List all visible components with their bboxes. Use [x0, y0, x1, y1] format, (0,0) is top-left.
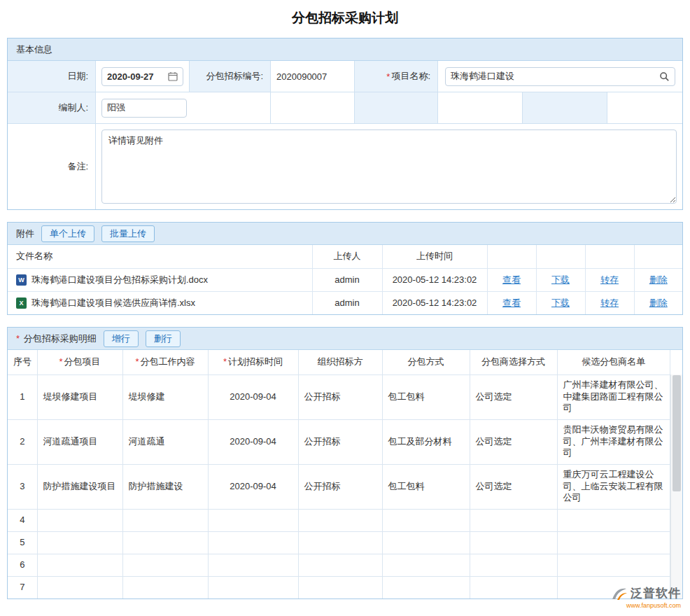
col-work-content: *分包工作内容	[122, 350, 208, 374]
col-selection: 分包商选择方式	[470, 350, 557, 374]
delete-link[interactable]: 删除	[649, 298, 668, 308]
detail-row[interactable]: 1 堤坝修建项目 堤坝修建 2020-09-04 公开招标 包工包料 公司选定 …	[8, 374, 670, 419]
candidates-cell[interactable]: 贵阳丰沃物资贸易有限公司、广州丰泽建材有限公司	[557, 419, 670, 464]
empty-cell	[523, 92, 607, 123]
word-file-icon: W	[16, 274, 27, 286]
download-link[interactable]: 下载	[551, 274, 570, 285]
file-name-cell: W 珠海鹤港口建设项目分包招标采购计划.docx	[8, 268, 312, 291]
detail-empty-row[interactable]: 6	[8, 554, 670, 576]
attachments-header: 附件 单个上传 批量上传	[8, 223, 682, 245]
detail-empty-row[interactable]: 4	[8, 509, 670, 531]
method-cell[interactable]: 包工及部分材料	[382, 419, 470, 464]
batch-upload-button[interactable]: 批量上传	[101, 225, 155, 242]
transfer-link[interactable]: 转存	[600, 298, 619, 308]
search-icon[interactable]	[659, 71, 670, 82]
upload-time-cell: 2020-05-12 14:23:02	[382, 268, 487, 291]
seq-cell: 2	[8, 419, 37, 464]
page-title: 分包招标采购计划	[0, 0, 690, 38]
download-link[interactable]: 下载	[551, 298, 570, 308]
delete-link[interactable]: 删除	[649, 274, 668, 285]
col-seq: 序号	[8, 350, 37, 374]
sub-project-cell[interactable]: 防护措施建设项目	[37, 464, 122, 509]
brand-name: 泛普软件	[631, 585, 681, 601]
selection-cell[interactable]: 公司选定	[470, 374, 557, 419]
remark-label: 备注:	[8, 124, 95, 209]
col-action	[634, 245, 682, 268]
empty-cell	[438, 92, 522, 123]
plan-time-cell[interactable]: 2020-09-04	[208, 374, 298, 419]
single-upload-button[interactable]: 单个上传	[41, 225, 94, 242]
col-action	[585, 245, 634, 268]
author-input[interactable]: 阳强	[101, 99, 187, 118]
candidates-cell[interactable]: 广州丰泽建材有限公司、中建集团路面工程有限公司	[557, 374, 670, 419]
work-content-cell[interactable]: 堤坝修建	[122, 374, 208, 419]
file-name: 珠海鹤港口建设项目候选供应商详情.xlsx	[31, 297, 195, 309]
remark-textarea[interactable]: 详情请见附件	[101, 130, 677, 204]
seq-cell: 7	[8, 576, 37, 598]
attachments-header-row: 文件名称 上传人 上传时间	[8, 245, 682, 268]
brand-url: www.fanpusoft.com	[626, 602, 681, 609]
detail-table: 序号 *分包项目 *分包工作内容 *计划招标时间 组织招标方 分包方式 分包商选…	[8, 350, 670, 598]
detail-panel: * 分包招标采购明细 增行 删行 序号 *分包项目 *分包工作内容 *计划招标时…	[7, 327, 683, 599]
work-content-cell[interactable]: 防护措施建设	[122, 464, 208, 509]
col-uploader: 上传人	[312, 245, 382, 268]
vertical-scrollbar[interactable]	[670, 374, 682, 598]
excel-file-icon: X	[16, 298, 27, 309]
scrollbar-thumb[interactable]	[673, 375, 681, 491]
plan-time-cell[interactable]: 2020-09-04	[208, 419, 298, 464]
author-cell: 阳强	[96, 92, 270, 123]
basic-info-grid: 日期: 2020-09-27 分包招标编号: 2020090007 * 项目名称…	[8, 61, 682, 209]
method-cell[interactable]: 包工包料	[382, 464, 470, 509]
uploader-cell: admin	[312, 291, 382, 314]
date-input[interactable]: 2020-09-27	[101, 67, 183, 86]
seq-cell: 3	[8, 464, 37, 509]
organizer-cell[interactable]: 公开招标	[298, 419, 382, 464]
work-content-cell[interactable]: 河道疏通	[122, 419, 208, 464]
col-plan-time: *计划招标时间	[208, 350, 298, 374]
uploader-cell: admin	[312, 268, 382, 291]
view-link[interactable]: 查看	[502, 274, 521, 285]
method-cell[interactable]: 包工包料	[382, 374, 470, 419]
candidates-cell[interactable]: 重庆万可云工程建设公司、上临云安装工程有限公司	[557, 464, 670, 509]
sub-project-cell[interactable]: 堤坝修建项目	[37, 374, 122, 419]
organizer-cell[interactable]: 公开招标	[298, 374, 382, 419]
calendar-icon[interactable]	[168, 71, 178, 81]
project-name-cell: 珠海鹤港口建设	[438, 61, 682, 92]
file-name: 珠海鹤港口建设项目分包招标采购计划.docx	[31, 274, 208, 286]
detail-row[interactable]: 2 河道疏通项目 河道疏通 2020-09-04 公开招标 包工及部分材料 公司…	[8, 419, 670, 464]
upload-time-cell: 2020-05-12 14:23:02	[382, 291, 487, 314]
col-organizer: 组织招标方	[298, 350, 382, 374]
required-mark: *	[386, 71, 390, 82]
detail-empty-row[interactable]: 7	[8, 576, 670, 598]
attachments-table: 文件名称 上传人 上传时间 W 珠海鹤港口建设项目分包招标采购计划.docx a…	[8, 245, 682, 314]
empty-cell	[607, 92, 682, 123]
basic-info-panel: 基本信息 日期: 2020-09-27 分包招标编号: 2020090007 *…	[7, 38, 683, 210]
organizer-cell[interactable]: 公开招标	[298, 464, 382, 509]
date-value: 2020-09-27	[107, 71, 154, 82]
plan-time-cell[interactable]: 2020-09-04	[208, 464, 298, 509]
delete-row-button[interactable]: 删行	[146, 330, 181, 347]
empty-cell	[271, 92, 354, 123]
seq-cell: 4	[8, 509, 37, 531]
empty-cell	[355, 92, 437, 123]
sub-project-cell[interactable]: 河道疏通项目	[37, 419, 122, 464]
selection-cell[interactable]: 公司选定	[470, 419, 557, 464]
basic-info-title: 基本信息	[16, 43, 52, 56]
add-row-button[interactable]: 增行	[104, 330, 139, 347]
author-value: 阳强	[107, 102, 125, 114]
file-name-cell: X 珠海鹤港口建设项目候选供应商详情.xlsx	[8, 291, 312, 314]
col-file-name: 文件名称	[8, 245, 312, 268]
selection-cell[interactable]: 公司选定	[470, 464, 557, 509]
attachment-row: W 珠海鹤港口建设项目分包招标采购计划.docx admin 2020-05-1…	[8, 268, 682, 291]
project-name-input[interactable]: 珠海鹤港口建设	[445, 67, 675, 86]
brand-watermark: 泛普软件 www.fanpusoft.com	[611, 585, 681, 609]
detail-empty-row[interactable]: 5	[8, 531, 670, 554]
seq-cell: 1	[8, 374, 37, 419]
detail-header-row: 序号 *分包项目 *分包工作内容 *计划招标时间 组织招标方 分包方式 分包商选…	[8, 350, 670, 374]
attachments-title: 附件	[16, 227, 34, 240]
fanpu-logo-icon	[611, 586, 628, 601]
required-mark: *	[16, 333, 20, 344]
view-link[interactable]: 查看	[502, 298, 521, 308]
detail-row[interactable]: 3 防护措施建设项目 防护措施建设 2020-09-04 公开招标 包工包料 公…	[8, 464, 670, 509]
transfer-link[interactable]: 转存	[600, 274, 619, 285]
